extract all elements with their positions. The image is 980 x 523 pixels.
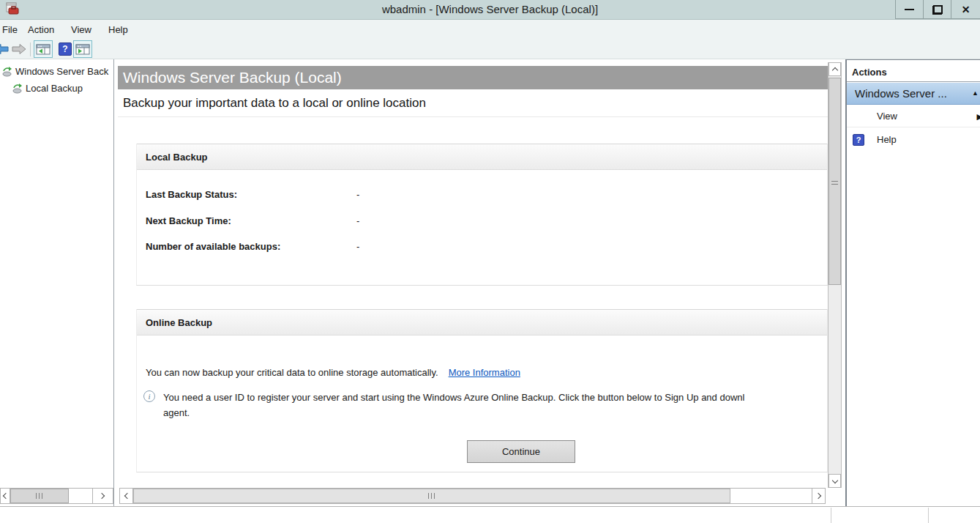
divider [118,116,828,117]
show-console-tree-icon [36,44,51,55]
thumb-grip-icon [831,179,838,185]
azure-notice: You need a user ID to register your serv… [163,390,826,420]
main-pane: Windows Server Backup (Local) Backup you… [118,59,847,506]
server-backup-icon [1,66,12,77]
submenu-arrow-icon: ▶ [977,112,980,122]
local-backup-icon [12,83,23,94]
console-tree-panel: Windows Server Back Local Backup [0,59,114,506]
scrollbar-thumb[interactable] [133,489,730,503]
chevron-up-icon [831,67,837,73]
menu-file[interactable]: File [2,24,18,35]
show-action-pane-icon [75,44,90,55]
show-console-tree-button[interactable] [34,40,53,58]
menu-action[interactable]: Action [28,24,54,35]
menu-help[interactable]: Help [108,24,128,35]
available-backups-label: Number of available backups: [146,241,280,252]
main-vertical-scrollbar[interactable] [828,62,842,488]
statusbar-divider [928,508,929,523]
section-title: Local Backup [146,152,208,163]
statusbar [0,506,980,523]
tree-horizontal-scrollbar[interactable] [0,488,113,504]
restore-icon [933,6,942,14]
chevron-left-icon [124,493,130,499]
chevron-left-icon [3,493,9,499]
action-item-label: View [877,111,897,122]
last-backup-status-label: Last Backup Status: [146,189,237,200]
tree-item-label: Local Backup [26,83,83,94]
page-subtitle: Backup your important data to a local or… [123,96,426,111]
chevron-down-icon [831,477,837,483]
next-backup-time-value: - [356,215,359,226]
tree-item-windows-server-backup[interactable]: Windows Server Back [1,64,108,78]
local-backup-section: Local Backup Last Backup Status: - Next … [136,144,828,286]
scroll-down-button[interactable] [828,474,841,488]
scroll-right-button[interactable] [92,489,111,503]
scroll-up-button[interactable] [828,62,841,76]
restore-button[interactable] [923,0,951,19]
window-controls: ✕ [895,0,980,19]
scroll-left-button[interactable] [1,489,10,503]
scrollbar-thumb[interactable] [10,489,69,503]
toolbar: ? [0,40,980,59]
section-title: Online Backup [146,317,212,328]
scroll-left-button[interactable] [120,489,133,503]
main-horizontal-scrollbar[interactable] [119,488,826,504]
actions-panel: Actions Windows Server ... ▲ View ▶ ? He… [845,59,980,506]
action-item-help[interactable]: ? Help [847,128,980,151]
help-icon: ? [853,134,864,146]
info-icon: i [143,390,155,402]
more-information-link[interactable]: More Information [449,367,520,378]
window-title: wbadmin - [Windows Server Backup (Local)… [0,3,980,15]
actions-title-text: Actions [852,67,887,78]
close-icon: ✕ [962,4,970,15]
last-backup-status-value: - [356,189,359,200]
action-group-windows-server-backup[interactable]: Windows Server ... ▲ [847,83,980,105]
available-backups-value: - [356,241,359,252]
menu-view[interactable]: View [71,24,91,35]
continue-button[interactable]: Continue [467,440,575,463]
page-title-bar: Windows Server Backup (Local) [118,66,828,89]
minimize-button[interactable] [895,0,923,19]
thumb-grip-icon [36,493,43,499]
toolbar-help-button[interactable]: ? [56,40,74,58]
toolbar-separator [30,42,31,56]
chevron-right-icon [815,493,820,499]
forward-icon[interactable] [12,44,26,54]
tree-item-label: Windows Server Back [15,66,108,77]
minimize-icon [905,9,914,10]
action-group-label: Windows Server ... [855,87,947,100]
actions-panel-title: Actions [847,62,980,82]
show-action-pane-button[interactable] [73,40,92,58]
scroll-right-button[interactable] [812,489,825,503]
thumb-grip-icon [428,493,435,499]
back-icon[interactable] [0,44,9,54]
close-button[interactable]: ✕ [951,0,980,19]
page-title: Windows Server Backup (Local) [123,69,342,86]
online-backup-intro: You can now backup your critical data to… [146,367,520,378]
chevron-right-icon [98,493,104,499]
scrollbar-thumb[interactable] [828,78,841,285]
help-icon: ? [59,42,72,56]
action-item-label: Help [877,134,897,145]
application-window: wbadmin - [Windows Server Backup (Local)… [0,0,980,523]
action-item-view[interactable]: View ▶ [847,105,980,127]
statusbar-divider [831,508,831,523]
tree-item-local-backup[interactable]: Local Backup [12,81,83,95]
azure-notice-line2: agent. [163,405,826,420]
menubar: File Action View Help [0,20,980,40]
online-backup-section: Online Backup You can now backup your cr… [136,309,828,472]
titlebar: wbadmin - [Windows Server Backup (Local)… [0,0,980,20]
local-backup-section-header: Local Backup [137,144,827,170]
intro-text: You can now backup your critical data to… [146,367,438,378]
azure-notice-line1: You need a user ID to register your serv… [163,390,826,405]
next-backup-time-label: Next Backup Time: [146,215,231,226]
online-backup-section-header: Online Backup [137,309,827,335]
collapse-icon[interactable]: ▲ [972,89,979,97]
